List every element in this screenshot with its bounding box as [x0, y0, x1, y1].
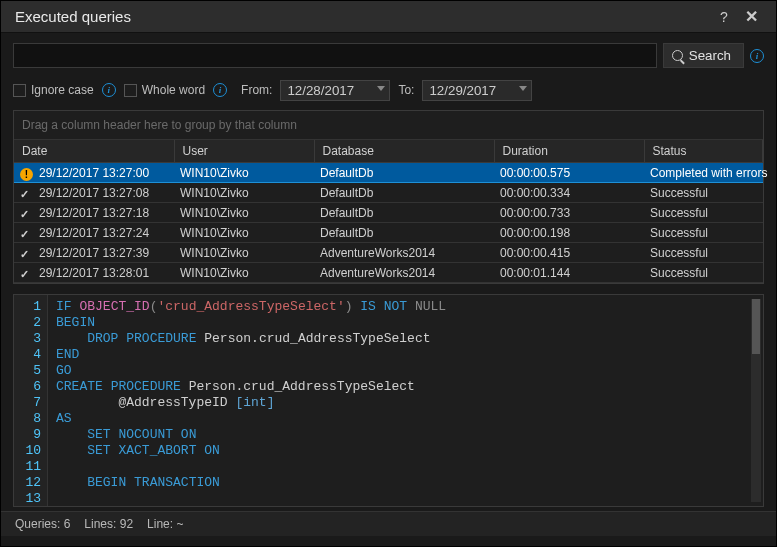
info-icon[interactable]: i [750, 49, 764, 63]
help-icon[interactable]: ? [712, 9, 736, 25]
chevron-down-icon[interactable] [377, 86, 385, 91]
scrollbar[interactable] [751, 299, 761, 502]
results-grid: Drag a column header here to group by th… [13, 110, 764, 284]
check-icon [20, 207, 35, 219]
column-header[interactable]: Duration [494, 140, 644, 163]
table-row[interactable]: 29/12/2017 13:27:39WIN10\ZivkoAdventureW… [14, 243, 763, 263]
to-label: To: [398, 83, 414, 97]
table-row[interactable]: !29/12/2017 13:27:00WIN10\ZivkoDefaultDb… [14, 163, 763, 183]
search-button[interactable]: Search [663, 43, 744, 68]
filter-bar: Ignore case i Whole word i From: To: [13, 76, 764, 104]
status-bar: Queries: 6 Lines: 92 Line: ~ [1, 511, 776, 536]
column-header[interactable]: User [174, 140, 314, 163]
search-input[interactable] [13, 43, 657, 68]
close-icon[interactable]: ✕ [736, 7, 766, 26]
editor-gutter: 12345678910111213 [14, 295, 48, 506]
table-row[interactable]: 29/12/2017 13:27:24WIN10\ZivkoDefaultDb0… [14, 223, 763, 243]
from-date-input[interactable] [280, 80, 390, 101]
check-icon [20, 267, 35, 279]
status-line: Line: ~ [147, 517, 183, 531]
check-icon [20, 227, 35, 239]
info-icon[interactable]: i [213, 83, 227, 97]
check-icon [20, 247, 35, 259]
scrollbar-thumb[interactable] [752, 299, 760, 354]
table-row[interactable]: 29/12/2017 13:27:08WIN10\ZivkoDefaultDb0… [14, 183, 763, 203]
table-row[interactable]: 29/12/2017 13:28:01WIN10\ZivkoAdventureW… [14, 263, 763, 283]
whole-word-checkbox[interactable]: Whole word [124, 83, 205, 97]
search-button-label: Search [689, 48, 731, 63]
check-icon [20, 187, 35, 199]
table-row[interactable]: 29/12/2017 13:27:18WIN10\ZivkoDefaultDb0… [14, 203, 763, 223]
chevron-down-icon[interactable] [519, 86, 527, 91]
status-queries: Queries: 6 [15, 517, 70, 531]
info-icon[interactable]: i [102, 83, 116, 97]
from-label: From: [241, 83, 272, 97]
editor-code: IF OBJECT_ID('crud_AddressTypeSelect') I… [48, 295, 763, 506]
column-header[interactable]: Status [644, 140, 763, 163]
to-date-input[interactable] [422, 80, 532, 101]
warning-icon: ! [20, 167, 35, 179]
sql-editor[interactable]: 12345678910111213 IF OBJECT_ID('crud_Add… [13, 294, 764, 507]
ignore-case-checkbox[interactable]: Ignore case [13, 83, 94, 97]
group-hint[interactable]: Drag a column header here to group by th… [14, 111, 763, 140]
grid-header-row: DateUserDatabaseDurationStatus [14, 140, 763, 163]
titlebar[interactable]: Executed queries ? ✕ [1, 1, 776, 33]
status-lines: Lines: 92 [84, 517, 133, 531]
column-header[interactable]: Date [14, 140, 174, 163]
search-icon [672, 50, 683, 61]
window-title: Executed queries [15, 8, 712, 25]
column-header[interactable]: Database [314, 140, 494, 163]
search-bar: Search i [13, 43, 764, 68]
